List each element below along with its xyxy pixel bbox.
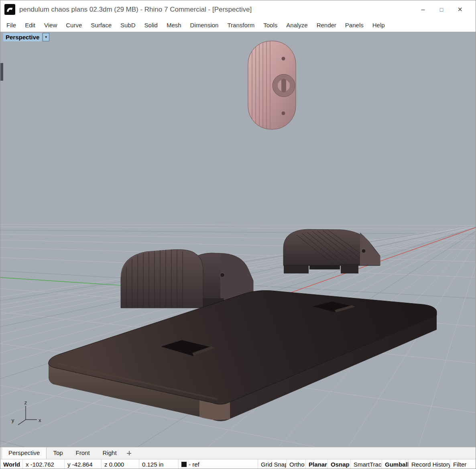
tab-perspective[interactable]: Perspective <box>2 447 47 459</box>
status-x-coord: x -102.762 <box>23 459 65 469</box>
world-axis-gizmo: z x y <box>12 400 41 425</box>
new-viewport-tab-button[interactable] <box>123 447 135 459</box>
window-controls: – □ × <box>414 3 476 16</box>
pane-label: Osnap <box>331 461 350 468</box>
tab-right[interactable]: Right <box>96 447 123 459</box>
menu-item-help[interactable]: Help <box>368 20 389 31</box>
pane-label: Record History <box>411 461 450 468</box>
pane-label: SmartTrack <box>354 461 382 468</box>
status-cplane[interactable]: World <box>0 459 23 469</box>
menu-item-transform[interactable]: Transform <box>223 20 259 31</box>
menu-item-surface[interactable]: Surface <box>86 20 116 31</box>
status-pane-filter[interactable]: Filter <box>450 459 476 469</box>
plus-icon <box>127 451 131 455</box>
viewport-title[interactable]: Perspective <box>3 33 42 41</box>
status-pane-grid-snap[interactable]: Grid Snap <box>258 459 287 469</box>
menu-item-render[interactable]: Render <box>312 20 341 31</box>
layer-name: - ref <box>189 461 199 468</box>
status-pane-smarttrack[interactable]: SmartTrack <box>351 459 382 469</box>
close-button[interactable]: × <box>451 3 469 16</box>
part-pink-plate[interactable] <box>248 41 296 129</box>
status-pane-gumball[interactable]: Gumball <box>382 459 409 469</box>
menu-item-curve[interactable]: Curve <box>61 20 86 31</box>
menu-item-edit[interactable]: Edit <box>20 20 40 31</box>
tab-front[interactable]: Front <box>69 447 96 459</box>
status-y-coord: y -42.864 <box>65 459 102 469</box>
gizmo-y-label: y <box>12 417 14 423</box>
perspective-viewport[interactable]: Perspective ▼ <box>0 32 476 447</box>
status-units[interactable]: 0.125 in <box>139 459 179 469</box>
menu-item-dimension[interactable]: Dimension <box>186 20 223 31</box>
menu-item-analyze[interactable]: Analyze <box>282 20 312 31</box>
status-pane-osnap[interactable]: Osnap <box>328 459 351 469</box>
viewport-menu-caret-icon[interactable]: ▼ <box>43 33 49 41</box>
pane-label: Filter <box>453 461 466 468</box>
pane-label: Ortho <box>289 461 305 468</box>
rhino-window: pendulum chaos plans 02.3dm (29 MB) - Rh… <box>0 0 476 469</box>
menu-bar: File Edit View Curve Surface SubD Solid … <box>0 18 476 32</box>
maximize-button[interactable]: □ <box>432 3 451 16</box>
status-layer[interactable]: - ref <box>179 459 258 469</box>
viewport-canvas[interactable]: z x y <box>0 32 476 447</box>
status-pane-record-history[interactable]: Record History <box>409 459 450 469</box>
title-bar: pendulum chaos plans 02.3dm (29 MB) - Rh… <box>0 0 476 18</box>
menu-item-solid[interactable]: Solid <box>140 20 162 31</box>
menu-item-view[interactable]: View <box>40 20 61 31</box>
menu-item-tools[interactable]: Tools <box>259 20 282 31</box>
viewport-tabs-bar: Perspective Top Front Right <box>0 447 476 459</box>
pane-label: Grid Snap <box>261 461 287 468</box>
gizmo-x-label: x <box>39 417 41 423</box>
gizmo-z-label: z <box>24 400 27 406</box>
rhino-logo-glyph <box>6 6 14 13</box>
window-title: pendulum chaos plans 02.3dm (29 MB) - Rh… <box>19 6 414 14</box>
status-z-coord: z 0.000 <box>102 459 139 469</box>
part-right-loaf[interactable] <box>283 229 380 273</box>
layer-color-swatch-icon <box>181 462 187 467</box>
minimize-button[interactable]: – <box>414 3 432 16</box>
menu-item-mesh[interactable]: Mesh <box>162 20 186 31</box>
tab-top[interactable]: Top <box>47 447 69 459</box>
pane-label: Planar <box>309 461 327 468</box>
rhino-app-icon <box>4 4 15 15</box>
menu-item-subd[interactable]: SubD <box>116 20 140 31</box>
status-pane-planar[interactable]: Planar <box>306 459 328 469</box>
menu-item-panels[interactable]: Panels <box>341 20 368 31</box>
status-pane-ortho[interactable]: Ortho <box>287 459 306 469</box>
pane-label: Gumball <box>385 461 409 468</box>
status-bar: World x -102.762 y -42.864 z 0.000 0.125… <box>0 459 476 469</box>
menu-item-file[interactable]: File <box>2 20 20 31</box>
dock-edge-strip <box>0 63 3 81</box>
viewport-title-widget: Perspective ▼ <box>3 33 49 41</box>
